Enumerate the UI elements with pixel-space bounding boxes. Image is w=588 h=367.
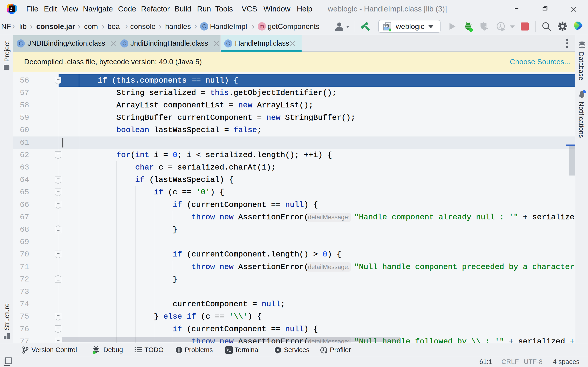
- svg-text:IJ: IJ: [10, 6, 12, 9]
